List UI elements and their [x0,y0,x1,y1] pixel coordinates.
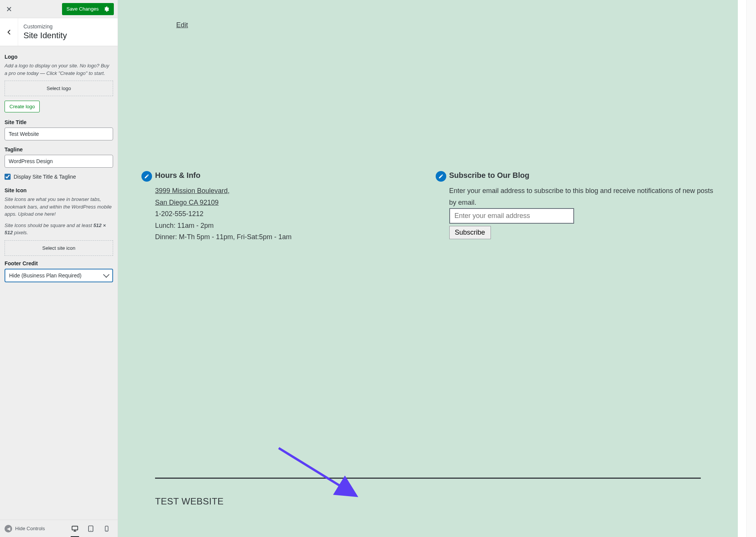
footer-credit-label: Footer Credit [5,260,113,266]
pencil-icon [438,174,444,179]
device-desktop-button[interactable] [68,522,81,535]
tablet-icon [87,525,95,532]
select-logo-button[interactable]: Select logo [5,81,113,96]
display-title-tagline-label: Display Site Title & Tagline [14,174,76,180]
site-title-label: Site Title [5,119,113,125]
desktop-icon [71,525,79,532]
preview-pane: Edit Hours & Info 3999 Mission Boulevard… [118,0,756,537]
footer-site-title: TEST WEBSITE [155,496,224,507]
widget-title: Subscribe to Our Blog [449,171,715,180]
panel-title: Site Identity [23,31,67,40]
lunch-hours-text: Lunch: 11am - 2pm [155,222,214,229]
svg-line-5 [279,448,352,493]
tagline-label: Tagline [5,146,113,153]
site-icon-desc-2: Site Icons should be square and at least… [5,222,113,237]
annotation-arrow [277,446,360,499]
customizer-topbar: Save Changes [0,0,118,18]
site-preview: Edit Hours & Info 3999 Mission Boulevard… [118,0,738,537]
display-title-tagline-row: Display Site Title & Tagline [5,174,113,180]
mobile-icon [103,525,110,532]
footer-divider [155,478,701,479]
customizer-panel: Save Changes Customizing Site Identity L… [0,0,118,537]
address-link-line2[interactable]: San Diego CA 92109 [155,199,219,206]
save-changes-button[interactable]: Save Changes [62,3,114,15]
display-title-tagline-checkbox[interactable] [5,174,11,180]
preview-scrollbar[interactable] [746,0,756,537]
back-button[interactable] [0,18,18,46]
edit-widget-button[interactable] [436,171,446,182]
chevron-left-circle-icon: ◀ [5,525,12,532]
create-logo-button[interactable]: Create logo [5,101,40,112]
widget-hours-info: Hours & Info 3999 Mission Boulevard, San… [141,171,421,243]
svg-point-4 [106,530,107,531]
subscribe-description: Enter your email address to subscribe to… [449,185,715,208]
logo-description: Add a logo to display on your site. No l… [5,62,113,77]
save-button-label: Save Changes [67,6,99,12]
tagline-input[interactable] [5,155,113,168]
hide-controls-label: Hide Controls [15,526,45,531]
device-mobile-button[interactable] [100,522,113,535]
edit-shortcut-link[interactable]: Edit [176,21,188,29]
pencil-icon [144,174,149,179]
chevron-left-icon [6,29,12,36]
logo-heading: Logo [5,54,113,60]
dinner-hours-text: Dinner: M-Th 5pm - 11pm, Fri-Sat:5pm - 1… [155,233,292,241]
svg-point-2 [90,530,91,531]
hide-controls-button[interactable]: ◀ Hide Controls [5,525,45,532]
subscribe-email-input[interactable] [449,208,574,224]
panel-body: Logo Add a logo to display on your site.… [0,46,118,520]
widget-subscribe: Subscribe to Our Blog Enter your email a… [436,171,715,243]
footer-credit-select[interactable]: Hide (Business Plan Required) [5,269,113,282]
close-customizer-button[interactable] [0,0,18,18]
select-site-icon-button[interactable]: Select site icon [5,240,113,256]
svg-rect-0 [72,526,78,530]
gear-icon [103,6,109,12]
widget-title: Hours & Info [155,171,421,180]
panel-header: Customizing Site Identity [0,18,118,46]
site-icon-desc-1: Site Icons are what you see in browser t… [5,196,113,218]
address-link-line1[interactable]: 3999 Mission Boulevard, [155,187,230,195]
phone-text: 1-202-555-1212 [155,210,203,218]
site-icon-heading: Site Icon [5,187,113,193]
edit-widget-button[interactable] [141,171,152,182]
subscribe-button[interactable]: Subscribe [449,226,491,239]
device-tablet-button[interactable] [84,522,97,535]
panel-pretitle: Customizing [23,23,67,30]
close-icon [6,6,12,12]
site-title-input[interactable] [5,128,113,140]
device-footer: ◀ Hide Controls [0,520,118,537]
